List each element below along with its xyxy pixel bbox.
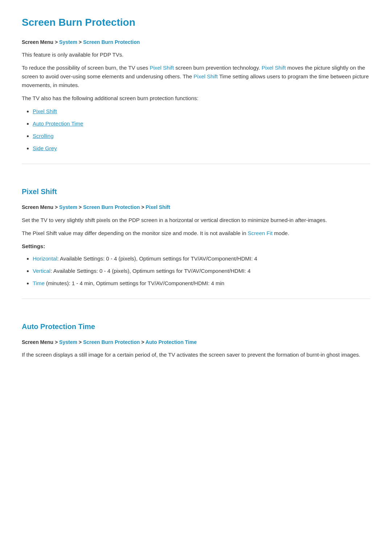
screen-fit-link[interactable]: Screen Fit [248,230,273,236]
auto-protection-p1: If the screen displays a still image for… [22,350,370,359]
settings-item-vertical: Vertical: Available Settings: 0 - 4 (pix… [33,267,370,275]
intro-p3: The TV also has the following additional… [22,94,370,103]
list-link-auto-protection[interactable]: Auto Protection Time [33,120,83,127]
pixel-shift-p1: Set the TV to very slightly shift pixels… [22,216,370,225]
pixel-shift-link-2[interactable]: Pixel Shift [262,65,286,71]
pixel-shift-breadcrumb: Screen Menu > System > Screen Burn Prote… [22,203,370,211]
settings-list: Horizontal: Available Settings: 0 - 4 (p… [33,254,370,288]
auto-protection-title: Auto Protection Time [22,313,370,332]
pixel-shift-p2: The Pixel Shift value may differ dependi… [22,229,370,238]
ps-bc-sep2: > [140,204,146,210]
list-link-scrolling[interactable]: Scrolling [33,133,54,139]
time-link[interactable]: Time [33,280,45,286]
ps-p2-text2: mode. [273,230,289,236]
breadcrumb-sep: > [77,39,83,45]
breadcrumb-prefix: Screen Menu > [22,39,59,45]
intro-p2: To reduce the possibility of screen burn… [22,63,370,90]
ap-bc-sep1: > [77,339,83,345]
horizontal-text: : Available Settings: 0 - 4 (pixels), Op… [57,255,257,262]
list-item-auto-protection: Auto Protection Time [33,119,370,128]
pixel-shift-divider [22,164,370,164]
breadcrumb-sbp-link[interactable]: Screen Burn Protection [83,39,140,45]
ap-bc-sbp[interactable]: Screen Burn Protection [83,339,140,345]
page-title: Screen Burn Protection [22,15,370,31]
intro-p2-text2: screen burn prevention technology. [174,65,262,71]
settings-item-time: Time (minutes): 1 - 4 min, Optimum setti… [33,279,370,288]
list-link-pixel-shift[interactable]: Pixel Shift [33,108,57,114]
ps-bc-sep1: > [77,204,83,210]
ap-bc-prefix: Screen Menu > [22,339,59,345]
ps-bc-link[interactable]: Pixel Shift [146,204,170,210]
pixel-shift-link-1[interactable]: Pixel Shift [150,65,174,71]
vertical-text: : Available Settings: 0 - 4 (pixels), Op… [50,268,250,274]
pixel-shift-title: Pixel Shift [22,178,370,197]
breadcrumb-system-link[interactable]: System [59,39,77,45]
settings-item-horizontal: Horizontal: Available Settings: 0 - 4 (p… [33,254,370,263]
list-item-side-grey: Side Grey [33,144,370,153]
ap-bc-system[interactable]: System [59,339,77,345]
ps-bc-sbp[interactable]: Screen Burn Protection [83,204,140,210]
horizontal-link[interactable]: Horizontal [33,255,57,262]
intro-p2-text1: To reduce the possibility of screen burn… [22,65,150,71]
list-item-pixel-shift: Pixel Shift [33,107,370,116]
ap-bc-link[interactable]: Auto Protection Time [146,339,197,345]
pixel-shift-link-3[interactable]: Pixel Shift [193,73,218,79]
ps-p2-text1: The Pixel Shift value may differ dependi… [22,230,248,236]
list-link-side-grey[interactable]: Side Grey [33,145,57,151]
settings-label: Settings: [22,242,370,251]
intro-breadcrumb: Screen Menu > System > Screen Burn Prote… [22,38,370,46]
auto-protection-breadcrumb: Screen Menu > System > Screen Burn Prote… [22,338,370,346]
intro-p1: This feature is only available for PDP T… [22,50,370,59]
time-text: (minutes): 1 - 4 min, Optimum settings f… [45,280,224,286]
auto-protection-divider [22,299,370,299]
vertical-link[interactable]: Vertical [33,268,50,274]
ap-bc-sep2: > [140,339,145,345]
list-item-scrolling: Scrolling [33,132,370,140]
feature-list: Pixel Shift Auto Protection Time Scrolli… [33,107,370,153]
ps-bc-prefix: Screen Menu > [22,204,59,210]
ps-bc-system[interactable]: System [59,204,77,210]
